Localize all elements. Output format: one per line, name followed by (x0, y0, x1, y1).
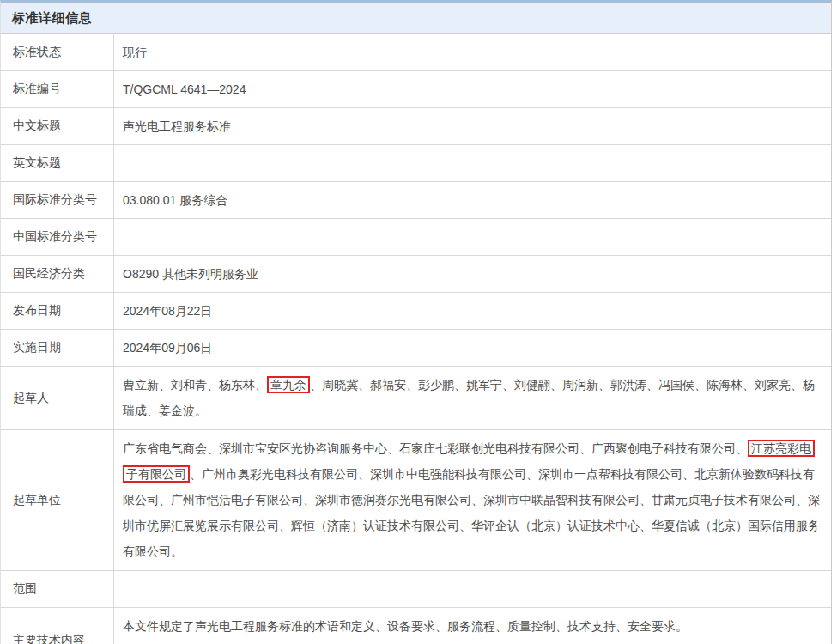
row-value: 2024年08月22日 (114, 293, 831, 329)
row-value: O8290 其他未列明服务业 (114, 256, 831, 292)
row-label: 国际标准分类号 (1, 182, 114, 218)
table-row: 范围 (1, 571, 831, 608)
row-label: 中文标题 (1, 108, 114, 144)
row-label: 标准编号 (1, 71, 114, 107)
row-label: 起草人 (1, 367, 114, 429)
text-segment: 曹立新、刘和青、杨东林、 (123, 378, 267, 392)
highlight-box: 章九余 (267, 376, 310, 393)
detail-table: 标准状态现行标准编号T/QGCML 4641—2024中文标题声光电工程服务标准… (1, 34, 831, 644)
row-value: 广东省电气商会、深圳市宝安区光协咨询服务中心、石家庄七彩联创光电科技有限公司、广… (114, 430, 831, 570)
row-value (114, 219, 831, 255)
content-paragraph: 本文件规定了声光电工程服务标准的术语和定义、设备要求、服务流程、质量控制、技术支… (123, 613, 822, 640)
table-row: 实施日期2024年09月06日 (1, 330, 831, 367)
row-value: 本文件规定了声光电工程服务标准的术语和定义、设备要求、服务流程、质量控制、技术支… (114, 608, 831, 644)
row-label: 发布日期 (1, 293, 114, 329)
panel-header: 标准详细信息 (1, 3, 831, 34)
table-row: 标准编号T/QGCML 4641—2024 (1, 71, 831, 108)
row-label: 范围 (1, 571, 114, 607)
row-label: 英文标题 (1, 145, 114, 181)
row-value (114, 145, 831, 181)
table-row: 中国标准分类号 (1, 219, 831, 256)
row-value: 03.080.01 服务综合 (114, 182, 831, 218)
table-row: 国民经济分类O8290 其他未列明服务业 (1, 256, 831, 293)
text-segment: 广东省电气商会、深圳市宝安区光协咨询服务中心、石家庄七彩联创光电科技有限公司、广… (123, 441, 748, 455)
row-value: 现行 (114, 34, 831, 70)
row-label: 国民经济分类 (1, 256, 114, 292)
row-label: 标准状态 (1, 34, 114, 70)
content-paragraph: 本文件适用于声光电工程服务标准。 (123, 640, 822, 644)
row-value: 2024年09月06日 (114, 330, 831, 366)
table-row: 发布日期2024年08月22日 (1, 293, 831, 330)
table-row: 标准状态现行 (1, 34, 831, 71)
table-row: 主要技术内容本文件规定了声光电工程服务标准的术语和定义、设备要求、服务流程、质量… (1, 608, 831, 644)
table-row: 起草单位广东省电气商会、深圳市宝安区光协咨询服务中心、石家庄七彩联创光电科技有限… (1, 430, 831, 571)
row-label: 主要技术内容 (1, 608, 114, 644)
row-label: 起草单位 (1, 430, 114, 570)
table-row: 中文标题声光电工程服务标准 (1, 108, 831, 145)
row-value (114, 571, 831, 607)
standard-detail-panel: 标准详细信息 标准状态现行标准编号T/QGCML 4641—2024中文标题声光… (0, 0, 832, 644)
panel-title: 标准详细信息 (12, 10, 92, 27)
row-value: 声光电工程服务标准 (114, 108, 831, 144)
table-row: 起草人曹立新、刘和青、杨东林、章九余、周晓冀、郝福安、彭少鹏、姚军宁、刘健翮、周… (1, 367, 831, 430)
table-row: 英文标题 (1, 145, 831, 182)
row-value: T/QGCML 4641—2024 (114, 71, 831, 107)
table-row: 国际标准分类号03.080.01 服务综合 (1, 182, 831, 219)
row-value: 曹立新、刘和青、杨东林、章九余、周晓冀、郝福安、彭少鹏、姚军宁、刘健翮、周润新、… (114, 367, 831, 429)
row-label: 中国标准分类号 (1, 219, 114, 255)
row-label: 实施日期 (1, 330, 114, 366)
text-segment: 、广州市奥彩光电科技有限公司、深圳市中电强能科技有限公司、深圳市一点帮科技有限公… (123, 467, 820, 558)
